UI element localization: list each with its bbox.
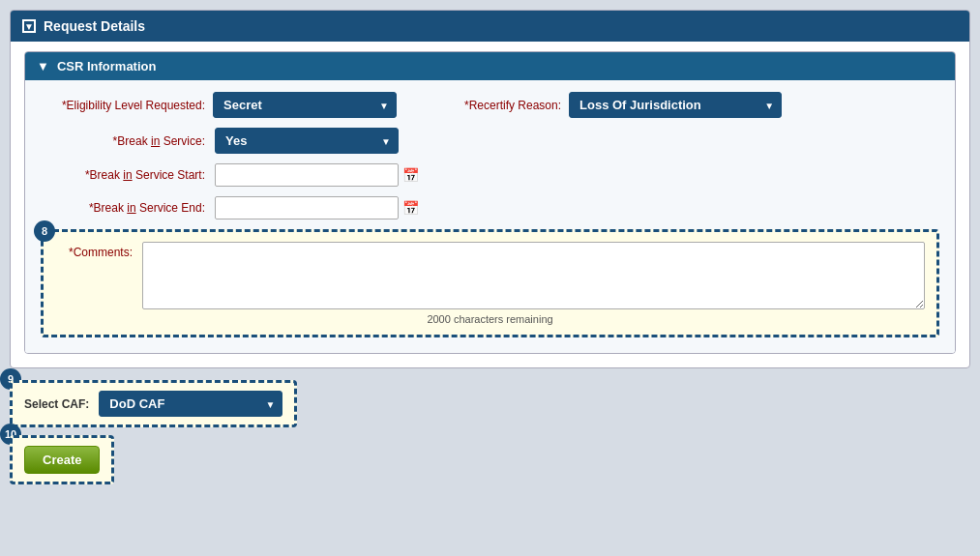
- collapse-icon[interactable]: ▼: [22, 19, 36, 33]
- recertify-select[interactable]: Loss Of Jurisdiction Other: [569, 92, 782, 118]
- break-service-select-wrapper: Yes No: [215, 128, 399, 154]
- csr-collapse-icon[interactable]: ▼: [37, 59, 49, 73]
- create-section: 10 Create: [10, 435, 970, 484]
- recertify-label: *Recertify Reason:: [464, 99, 561, 112]
- comments-textarea[interactable]: [142, 242, 925, 309]
- create-button[interactable]: Create: [24, 446, 100, 474]
- break-end-row: *Break in Service End: 📅: [41, 196, 939, 219]
- break-service-row: *Break in Service: Yes No: [41, 128, 939, 154]
- caf-section: 9 Select CAF: DoD CAF Other: [10, 380, 970, 427]
- badge-8: 8: [34, 220, 55, 242]
- caf-label: Select CAF:: [24, 397, 89, 411]
- eligibility-group: *Eligibility Level Requested: Secret Top…: [41, 92, 397, 118]
- bottom-section: 9 Select CAF: DoD CAF Other 10 Create: [10, 380, 970, 484]
- break-start-calendar-icon[interactable]: 📅: [402, 167, 419, 183]
- caf-select-wrapper: DoD CAF Other: [99, 391, 282, 417]
- break-end-input-group: 📅: [215, 196, 419, 219]
- caf-select[interactable]: DoD CAF Other: [99, 391, 282, 417]
- csr-panel: ▼ CSR Information *Eligibility Level Req…: [24, 51, 956, 354]
- comments-highlight-box: 8 *Comments: 2000 characters remaining: [41, 229, 939, 337]
- break-start-label: *Break in Service Start:: [41, 168, 205, 182]
- eligibility-select[interactable]: Secret Top Secret Confidential: [213, 92, 397, 118]
- eligibility-recertify-row: *Eligibility Level Requested: Secret Top…: [41, 92, 939, 118]
- break-start-row: *Break in Service Start: 📅: [41, 163, 939, 187]
- break-start-input-group: 📅: [215, 163, 419, 187]
- break-end-label: *Break in Service End:: [41, 201, 205, 215]
- char-remaining: 2000 characters remaining: [55, 313, 925, 325]
- request-details-title: Request Details: [44, 18, 145, 34]
- break-end-calendar-icon[interactable]: 📅: [402, 200, 419, 216]
- eligibility-label: *Eligibility Level Requested:: [41, 99, 205, 112]
- eligibility-select-wrapper: Secret Top Secret Confidential: [213, 92, 397, 118]
- break-service-select[interactable]: Yes No: [215, 128, 399, 154]
- csr-title: CSR Information: [57, 59, 157, 73]
- request-details-header: ▼ Request Details: [11, 11, 969, 42]
- break-service-label: *Break in Service:: [41, 134, 205, 148]
- recertify-group: *Recertify Reason: Loss Of Jurisdiction …: [435, 92, 782, 118]
- csr-header: ▼ CSR Information: [25, 52, 955, 80]
- comments-label: *Comments:: [55, 242, 133, 259]
- recertify-select-wrapper: Loss Of Jurisdiction Other: [569, 92, 782, 118]
- request-details-panel: ▼ Request Details ▼ CSR Information *Eli…: [10, 10, 970, 368]
- create-highlight-box: Create: [10, 435, 114, 484]
- request-details-body: ▼ CSR Information *Eligibility Level Req…: [11, 42, 969, 367]
- select-caf-row: Select CAF: DoD CAF Other: [24, 391, 282, 417]
- break-start-input[interactable]: [215, 163, 399, 187]
- caf-highlight-box: Select CAF: DoD CAF Other: [10, 380, 297, 427]
- csr-body: *Eligibility Level Requested: Secret Top…: [25, 80, 955, 353]
- comments-row: *Comments:: [55, 242, 925, 309]
- break-end-input[interactable]: [215, 196, 399, 219]
